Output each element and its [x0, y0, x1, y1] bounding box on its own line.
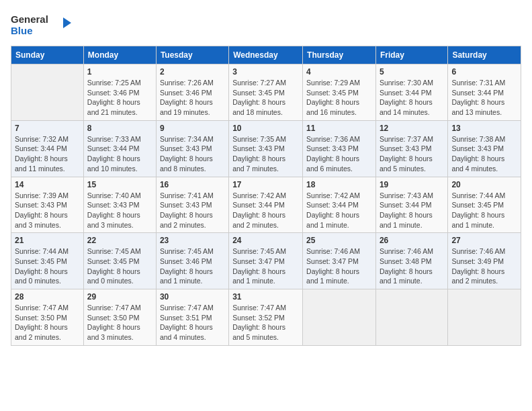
day-number: 1 [87, 67, 152, 77]
day-number: 4 [306, 67, 372, 77]
day-number: 26 [380, 236, 444, 245]
day-number: 23 [160, 236, 225, 245]
cell-text: Sunrise: 7:29 AM Sunset: 3:45 PM Dayligh… [306, 78, 372, 118]
calendar-cell: 18Sunrise: 7:42 AM Sunset: 3:44 PM Dayli… [303, 177, 376, 233]
calendar-cell: 30Sunrise: 7:47 AM Sunset: 3:51 PM Dayli… [156, 289, 228, 346]
cell-text: Sunrise: 7:33 AM Sunset: 3:44 PM Dayligh… [87, 134, 152, 174]
calendar-cell: 27Sunrise: 7:46 AM Sunset: 3:49 PM Dayli… [448, 233, 521, 289]
day-number: 22 [87, 236, 152, 245]
day-number: 11 [306, 124, 372, 133]
calendar-cell: 26Sunrise: 7:46 AM Sunset: 3:48 PM Dayli… [375, 233, 447, 289]
cell-text: Sunrise: 7:47 AM Sunset: 3:51 PM Dayligh… [160, 303, 225, 342]
cell-text: Sunrise: 7:37 AM Sunset: 3:43 PM Dayligh… [380, 134, 444, 174]
cell-text: Sunrise: 7:40 AM Sunset: 3:43 PM Dayligh… [87, 191, 152, 230]
cell-text: Sunrise: 7:35 AM Sunset: 3:43 PM Dayligh… [232, 134, 299, 174]
calendar-table: SundayMondayTuesdayWednesdayThursdayFrid… [11, 46, 521, 346]
day-number: 15 [87, 180, 152, 189]
calendar-cell: 23Sunrise: 7:45 AM Sunset: 3:46 PM Dayli… [156, 233, 228, 289]
day-number: 7 [15, 124, 80, 133]
cell-text: Sunrise: 7:39 AM Sunset: 3:43 PM Dayligh… [15, 191, 80, 230]
cell-text: Sunrise: 7:45 AM Sunset: 3:47 PM Dayligh… [232, 246, 299, 286]
cell-text: Sunrise: 7:46 AM Sunset: 3:47 PM Dayligh… [306, 246, 372, 286]
logo: General Blue [11, 11, 71, 40]
col-header-monday: Monday [83, 46, 156, 64]
calendar-cell: 8Sunrise: 7:33 AM Sunset: 3:44 PM Daylig… [83, 120, 156, 177]
logo-icon: General Blue [11, 11, 71, 40]
calendar-cell [375, 289, 447, 346]
col-header-tuesday: Tuesday [156, 46, 228, 64]
col-header-friday: Friday [375, 46, 447, 64]
day-number: 16 [160, 180, 225, 189]
day-number: 28 [15, 292, 80, 302]
svg-text:General: General [11, 13, 48, 25]
day-number: 6 [451, 67, 517, 77]
col-header-wednesday: Wednesday [229, 46, 303, 64]
day-number: 14 [15, 180, 80, 189]
calendar-cell: 2Sunrise: 7:26 AM Sunset: 3:46 PM Daylig… [156, 64, 228, 121]
cell-text: Sunrise: 7:34 AM Sunset: 3:43 PM Dayligh… [160, 134, 225, 174]
col-header-sunday: Sunday [11, 46, 84, 64]
calendar-cell: 9Sunrise: 7:34 AM Sunset: 3:43 PM Daylig… [156, 120, 228, 177]
cell-text: Sunrise: 7:38 AM Sunset: 3:43 PM Dayligh… [451, 134, 517, 174]
svg-marker-2 [63, 17, 71, 28]
calendar-cell: 14Sunrise: 7:39 AM Sunset: 3:43 PM Dayli… [11, 177, 84, 233]
calendar-cell: 1Sunrise: 7:25 AM Sunset: 3:46 PM Daylig… [83, 64, 156, 121]
day-number: 20 [451, 180, 517, 189]
cell-text: Sunrise: 7:42 AM Sunset: 3:44 PM Dayligh… [306, 191, 372, 230]
week-row-4: 21Sunrise: 7:44 AM Sunset: 3:45 PM Dayli… [11, 233, 521, 289]
calendar-cell: 22Sunrise: 7:45 AM Sunset: 3:45 PM Dayli… [83, 233, 156, 289]
day-number: 29 [87, 292, 152, 302]
calendar-cell: 5Sunrise: 7:30 AM Sunset: 3:44 PM Daylig… [375, 64, 447, 121]
day-number: 31 [232, 292, 299, 302]
cell-text: Sunrise: 7:41 AM Sunset: 3:43 PM Dayligh… [160, 191, 225, 230]
calendar-cell: 15Sunrise: 7:40 AM Sunset: 3:43 PM Dayli… [83, 177, 156, 233]
day-number: 19 [380, 180, 444, 189]
day-number: 8 [87, 124, 152, 133]
calendar-cell: 12Sunrise: 7:37 AM Sunset: 3:43 PM Dayli… [375, 120, 447, 177]
calendar-cell: 19Sunrise: 7:43 AM Sunset: 3:44 PM Dayli… [375, 177, 447, 233]
calendar-cell: 20Sunrise: 7:44 AM Sunset: 3:45 PM Dayli… [448, 177, 521, 233]
cell-text: Sunrise: 7:44 AM Sunset: 3:45 PM Dayligh… [451, 191, 517, 230]
cell-text: Sunrise: 7:46 AM Sunset: 3:49 PM Dayligh… [451, 246, 517, 286]
svg-text:Blue: Blue [11, 25, 33, 36]
calendar-cell: 28Sunrise: 7:47 AM Sunset: 3:50 PM Dayli… [11, 289, 84, 346]
cell-text: Sunrise: 7:47 AM Sunset: 3:52 PM Dayligh… [232, 303, 299, 342]
calendar-cell: 16Sunrise: 7:41 AM Sunset: 3:43 PM Dayli… [156, 177, 228, 233]
cell-text: Sunrise: 7:44 AM Sunset: 3:45 PM Dayligh… [15, 246, 80, 286]
cell-text: Sunrise: 7:32 AM Sunset: 3:44 PM Dayligh… [15, 134, 80, 174]
calendar-cell: 25Sunrise: 7:46 AM Sunset: 3:47 PM Dayli… [303, 233, 376, 289]
week-row-5: 28Sunrise: 7:47 AM Sunset: 3:50 PM Dayli… [11, 289, 521, 346]
cell-text: Sunrise: 7:47 AM Sunset: 3:50 PM Dayligh… [87, 303, 152, 342]
day-number: 25 [306, 236, 372, 245]
cell-text: Sunrise: 7:47 AM Sunset: 3:50 PM Dayligh… [15, 303, 80, 342]
cell-text: Sunrise: 7:46 AM Sunset: 3:48 PM Dayligh… [380, 246, 444, 286]
header-row: SundayMondayTuesdayWednesdayThursdayFrid… [11, 46, 521, 64]
day-number: 17 [232, 180, 299, 189]
calendar-cell: 6Sunrise: 7:31 AM Sunset: 3:44 PM Daylig… [448, 64, 521, 121]
day-number: 12 [380, 124, 444, 133]
calendar-cell [11, 64, 84, 121]
cell-text: Sunrise: 7:45 AM Sunset: 3:46 PM Dayligh… [160, 246, 225, 286]
calendar-cell: 13Sunrise: 7:38 AM Sunset: 3:43 PM Dayli… [448, 120, 521, 177]
calendar-cell [448, 289, 521, 346]
calendar-cell: 31Sunrise: 7:47 AM Sunset: 3:52 PM Dayli… [229, 289, 303, 346]
day-number: 9 [160, 124, 225, 133]
calendar-cell: 7Sunrise: 7:32 AM Sunset: 3:44 PM Daylig… [11, 120, 84, 177]
day-number: 24 [232, 236, 299, 245]
day-number: 18 [306, 180, 372, 189]
cell-text: Sunrise: 7:42 AM Sunset: 3:44 PM Dayligh… [232, 191, 299, 230]
week-row-1: 1Sunrise: 7:25 AM Sunset: 3:46 PM Daylig… [11, 64, 521, 121]
calendar-cell: 17Sunrise: 7:42 AM Sunset: 3:44 PM Dayli… [229, 177, 303, 233]
day-number: 13 [451, 124, 517, 133]
cell-text: Sunrise: 7:36 AM Sunset: 3:43 PM Dayligh… [306, 134, 372, 174]
day-number: 27 [451, 236, 517, 245]
calendar-cell [303, 289, 376, 346]
day-number: 21 [15, 236, 80, 245]
cell-text: Sunrise: 7:45 AM Sunset: 3:45 PM Dayligh… [87, 246, 152, 286]
cell-text: Sunrise: 7:43 AM Sunset: 3:44 PM Dayligh… [380, 191, 444, 230]
header: General Blue [11, 11, 521, 40]
day-number: 30 [160, 292, 225, 302]
calendar-cell: 21Sunrise: 7:44 AM Sunset: 3:45 PM Dayli… [11, 233, 84, 289]
col-header-thursday: Thursday [303, 46, 376, 64]
calendar-cell: 24Sunrise: 7:45 AM Sunset: 3:47 PM Dayli… [229, 233, 303, 289]
